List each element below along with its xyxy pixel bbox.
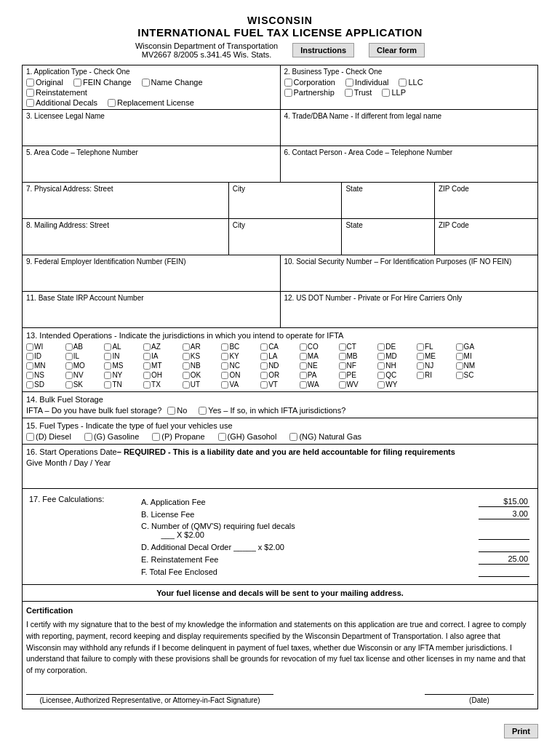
jur-va[interactable]: VA (221, 381, 260, 389)
replacement-license-checkbox[interactable]: Replacement License (108, 98, 194, 107)
form-header: WISCONSIN INTERNATIONAL FUEL TAX LICENSE… (22, 15, 538, 59)
jur-sd[interactable]: SD (26, 381, 65, 389)
jur-wa[interactable]: WA (300, 381, 339, 389)
fein-change-checkbox[interactable]: FEIN Change (73, 78, 132, 87)
fee-calc-label: 17. Fee Calculations: (29, 495, 104, 503)
jur-wy[interactable]: WY (377, 381, 417, 389)
jur-wi[interactable]: WI (26, 343, 65, 351)
jur-oh[interactable]: OH (143, 371, 183, 379)
jur-or[interactable]: OR (260, 371, 300, 379)
jur-vt[interactable]: VT (260, 381, 300, 389)
jur-ny[interactable]: NY (104, 371, 143, 379)
jur-mb[interactable]: MB (339, 352, 378, 360)
llp-checkbox[interactable]: LLP (382, 88, 406, 97)
jur-qc[interactable]: QC (377, 371, 417, 379)
jur-mn[interactable]: MN (26, 362, 65, 370)
jur-al[interactable]: AL (104, 343, 143, 351)
jur-me[interactable]: ME (417, 352, 456, 360)
bulk-fuel-label: 14. Bulk Fuel Storage (26, 395, 534, 404)
jur-nb[interactable]: NB (183, 362, 222, 370)
jur-ca[interactable]: CA (260, 343, 300, 351)
bulk-yes-checkbox[interactable]: Yes – If so, in which IFTA jurisdictions… (199, 406, 345, 415)
jur-ok[interactable]: OK (183, 371, 222, 379)
gasohol-checkbox[interactable]: (GH) Gasohol (218, 432, 277, 441)
jur-ga[interactable]: GA (456, 343, 495, 351)
corporation-checkbox[interactable]: Corporation (284, 78, 335, 87)
licensee-name-label: 3. Licensee Legal Name (26, 112, 276, 120)
bulk-no-checkbox[interactable]: No (167, 406, 187, 415)
jur-ks[interactable]: KS (183, 352, 222, 360)
fee-row-a: A. Application Fee $15.00 (140, 496, 529, 507)
jur-md[interactable]: MD (377, 352, 417, 360)
date-field[interactable]: (Date) (425, 694, 534, 704)
diesel-checkbox[interactable]: (D) Diesel (26, 432, 71, 441)
jur-nh[interactable]: NH (377, 362, 417, 370)
jur-ms[interactable]: MS (104, 362, 143, 370)
jur-on[interactable]: ON (221, 371, 260, 379)
sig-label: (Licensee, Authorized Representative, or… (40, 696, 260, 704)
print-button[interactable]: Print (504, 724, 538, 738)
jur-wv[interactable]: WV (339, 381, 378, 389)
jur-az[interactable]: AZ (143, 343, 183, 351)
partnership-checkbox[interactable]: Partnership (284, 88, 335, 97)
jur-il[interactable]: IL (65, 352, 105, 360)
start-date-label: 16. Start Operations Date– REQUIRED - Th… (26, 447, 534, 456)
jur-nd[interactable]: ND (260, 362, 300, 370)
jur-nv[interactable]: NV (65, 371, 105, 379)
jur-la[interactable]: LA (260, 352, 300, 360)
jur-sc[interactable]: SC (456, 371, 495, 379)
jur-nm[interactable]: NM (456, 362, 495, 370)
additional-decals-checkbox[interactable]: Additional Decals (26, 98, 97, 107)
dot-label: 12. US DOT Number - Private or For Hire … (284, 294, 535, 302)
jur-ne[interactable]: NE (300, 362, 339, 370)
reinstatement-checkbox[interactable]: Reinstatement (26, 88, 87, 97)
natural-gas-checkbox[interactable]: (NG) Natural Gas (289, 432, 361, 441)
jur-mo[interactable]: MO (65, 362, 105, 370)
jur-ab[interactable]: AB (65, 343, 105, 351)
instructions-button[interactable]: Instructions (292, 43, 354, 57)
irp-label: 11. Base State IRP Account Number (26, 294, 276, 302)
clear-form-button[interactable]: Clear form (369, 43, 425, 57)
jur-ct[interactable]: CT (339, 343, 378, 351)
jur-ar[interactable]: AR (183, 343, 222, 351)
jur-fl[interactable]: FL (417, 343, 456, 351)
cert-text: I certify with my signature that to the … (26, 619, 534, 677)
jur-mi[interactable]: MI (456, 352, 495, 360)
propane-checkbox[interactable]: (P) Propane (152, 432, 204, 441)
signature-field[interactable]: (Licensee, Authorized Representative, or… (26, 694, 273, 704)
fein-label: 9. Federal Employer Identification Numbe… (26, 258, 276, 266)
mailing-city-label: City (233, 221, 338, 229)
jur-tn[interactable]: TN (104, 381, 143, 389)
gasoline-checkbox[interactable]: (G) Gasoline (84, 432, 139, 441)
jur-ky[interactable]: KY (221, 352, 260, 360)
jur-ia[interactable]: IA (143, 352, 183, 360)
dept-info: Wisconsin Department of Transportation M… (135, 41, 278, 59)
jur-pe[interactable]: PE (339, 371, 378, 379)
llc-checkbox[interactable]: LLC (399, 78, 423, 87)
jur-co[interactable]: CO (300, 343, 339, 351)
jur-nj[interactable]: NJ (417, 362, 456, 370)
jur-ma[interactable]: MA (300, 352, 339, 360)
state-title: WISCONSIN (22, 15, 538, 26)
jur-id[interactable]: ID (26, 352, 65, 360)
jur-tx[interactable]: TX (143, 381, 183, 389)
ssn-label: 10. Social Security Number – For Identif… (284, 258, 535, 266)
jur-pa[interactable]: PA (300, 371, 339, 379)
jur-nc[interactable]: NC (221, 362, 260, 370)
original-checkbox[interactable]: Original (26, 78, 63, 87)
jur-in[interactable]: IN (104, 352, 143, 360)
jur-ns[interactable]: NS (26, 371, 65, 379)
fuel-note: Your fuel license and decals will be sen… (156, 589, 404, 597)
jur-ut[interactable]: UT (183, 381, 222, 389)
name-change-checkbox[interactable]: Name Change (142, 78, 203, 87)
jur-bc[interactable]: BC (221, 343, 260, 351)
fee-row-c: C. Number of (QMV'S) requiring fuel deca… (140, 521, 529, 540)
jur-de[interactable]: DE (377, 343, 417, 351)
individual-checkbox[interactable]: Individual (345, 78, 388, 87)
jur-ri[interactable]: RI (417, 371, 456, 379)
jur-sk[interactable]: SK (65, 381, 105, 389)
jur-nf[interactable]: NF (339, 362, 378, 370)
trust-checkbox[interactable]: Trust (345, 88, 372, 97)
jur-mt[interactable]: MT (143, 362, 183, 370)
trade-dba-label: 4. Trade/DBA Name - If different from le… (284, 112, 535, 120)
